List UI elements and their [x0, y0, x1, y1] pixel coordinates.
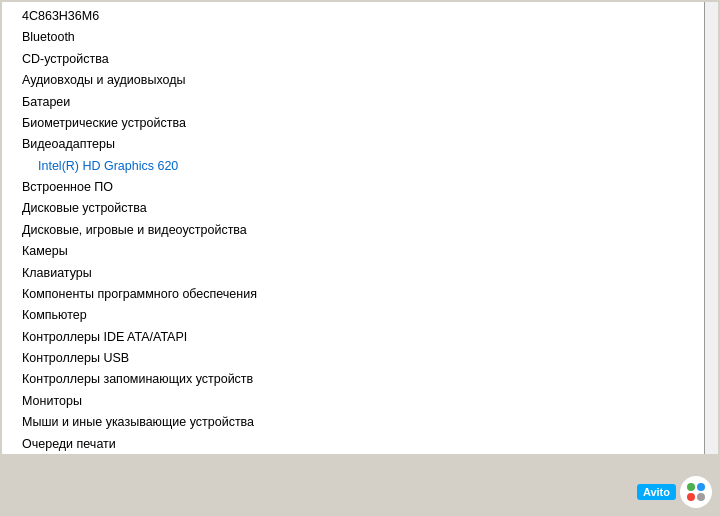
tree-item[interactable]: Дисковые, игровые и видеоустройства [2, 220, 718, 241]
tree-item[interactable]: Компоненты программного обеспечения [2, 284, 718, 305]
tree-item[interactable]: Контроллеры запоминающих устройств [2, 369, 718, 390]
tree-item[interactable]: Мыши и иные указывающие устройства [2, 412, 718, 433]
tree-item[interactable]: Встроенное ПО [2, 177, 718, 198]
tree-item[interactable]: Компьютер [2, 305, 718, 326]
tree-view-area[interactable]: 4C863H36M6BluetoothCD-устройстваАудиовхо… [2, 2, 718, 454]
device-tree: 4C863H36M6BluetoothCD-устройстваАудиовхо… [2, 2, 718, 454]
dot-4 [697, 493, 705, 501]
tree-item[interactable]: Дисковые устройства [2, 198, 718, 219]
device-manager-window: 4C863H36M6BluetoothCD-устройстваАудиовхо… [0, 0, 720, 516]
avito-label: Avito [637, 484, 676, 500]
avito-icon [680, 476, 712, 508]
tree-item[interactable]: Intel(R) HD Graphics 620 [2, 156, 718, 177]
tree-item[interactable]: Клавиатуры [2, 263, 718, 284]
tree-item[interactable]: Bluetooth [2, 27, 718, 48]
dot-1 [687, 483, 695, 491]
bottom-bar: Avito [0, 456, 720, 516]
tree-item[interactable]: Батареи [2, 92, 718, 113]
avito-dots [685, 481, 707, 503]
tree-item[interactable]: CD-устройства [2, 49, 718, 70]
tree-item[interactable]: Контроллеры USB [2, 348, 718, 369]
tree-item[interactable]: Очереди печати [2, 434, 718, 455]
avito-logo: Avito [637, 476, 712, 508]
tree-item[interactable]: Мониторы [2, 391, 718, 412]
tree-item[interactable]: 4C863H36M6 [2, 6, 718, 27]
dot-3 [687, 493, 695, 501]
tree-item[interactable]: Видеоадаптеры [2, 134, 718, 155]
tree-item[interactable]: Контроллеры IDE ATA/ATAPI [2, 327, 718, 348]
tree-item[interactable]: Биометрические устройства [2, 113, 718, 134]
scrollbar[interactable] [704, 2, 718, 454]
dot-2 [697, 483, 705, 491]
tree-item[interactable]: Аудиовходы и аудиовыходы [2, 70, 718, 91]
tree-item[interactable]: Камеры [2, 241, 718, 262]
